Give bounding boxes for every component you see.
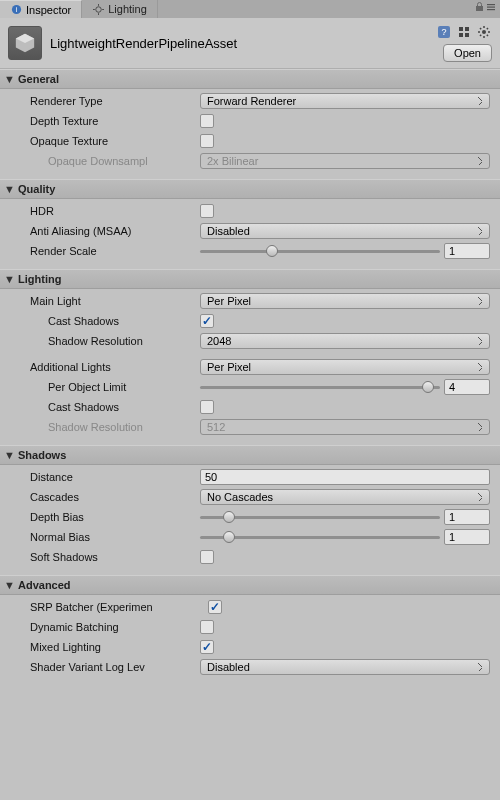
- foldout-icon: ▼: [4, 73, 14, 85]
- soft-shadows-checkbox[interactable]: [200, 550, 214, 564]
- main-light-dropdown[interactable]: Per Pixel: [200, 293, 490, 309]
- asset-icon: [8, 26, 42, 60]
- hdr-label: HDR: [0, 205, 200, 217]
- additional-shadow-res-dropdown: 512: [200, 419, 490, 435]
- cascades-label: Cascades: [0, 491, 200, 503]
- shader-variant-log-label: Shader Variant Log Lev: [0, 661, 200, 673]
- render-scale-label: Render Scale: [0, 245, 200, 257]
- svg-rect-10: [487, 9, 495, 10]
- srp-batcher-checkbox[interactable]: [208, 600, 222, 614]
- section-quality: HDR Anti Aliasing (MSAA) Disabled Render…: [0, 199, 500, 269]
- renderer-type-dropdown[interactable]: Forward Renderer: [200, 93, 490, 109]
- distance-label: Distance: [0, 471, 200, 483]
- cast-shadows-checkbox[interactable]: [200, 314, 214, 328]
- sun-icon: [92, 3, 104, 15]
- main-light-label: Main Light: [0, 295, 200, 307]
- svg-rect-18: [465, 33, 469, 37]
- per-object-limit-field[interactable]: 4: [444, 379, 490, 395]
- svg-rect-9: [487, 7, 495, 8]
- svg-rect-7: [476, 6, 483, 11]
- normal-bias-field[interactable]: 1: [444, 529, 490, 545]
- depth-bias-slider[interactable]: [200, 510, 440, 524]
- normal-bias-slider[interactable]: [200, 530, 440, 544]
- svg-line-25: [487, 35, 488, 36]
- section-general: Renderer Type Forward Renderer Depth Tex…: [0, 89, 500, 179]
- cast-shadows-label: Cast Shadows: [0, 315, 200, 327]
- mixed-lighting-checkbox[interactable]: [200, 640, 214, 654]
- render-scale-slider[interactable]: [200, 244, 440, 258]
- section-shadows-header[interactable]: ▼ Shadows: [0, 445, 500, 465]
- distance-field[interactable]: 50: [200, 469, 490, 485]
- anti-aliasing-dropdown[interactable]: Disabled: [200, 223, 490, 239]
- section-title: Lighting: [18, 273, 61, 285]
- gear-icon[interactable]: [476, 24, 492, 40]
- foldout-icon: ▼: [4, 579, 14, 591]
- section-title: Advanced: [18, 579, 71, 591]
- svg-rect-8: [487, 4, 495, 5]
- opaque-texture-checkbox[interactable]: [200, 134, 214, 148]
- tab-label: Lighting: [108, 3, 147, 15]
- section-advanced-header[interactable]: ▼ Advanced: [0, 575, 500, 595]
- per-object-limit-slider[interactable]: [200, 380, 440, 394]
- shader-variant-log-dropdown[interactable]: Disabled: [200, 659, 490, 675]
- opaque-downsample-dropdown: 2x Bilinear: [200, 153, 490, 169]
- depth-texture-checkbox[interactable]: [200, 114, 214, 128]
- anti-aliasing-label: Anti Aliasing (MSAA): [0, 225, 200, 237]
- opaque-texture-label: Opaque Texture: [0, 135, 200, 147]
- section-quality-header[interactable]: ▼ Quality: [0, 179, 500, 199]
- depth-bias-field[interactable]: 1: [444, 509, 490, 525]
- asset-title: LightweightRenderPipelineAsset: [50, 36, 428, 51]
- foldout-icon: ▼: [4, 273, 14, 285]
- section-lighting: Main Light Per Pixel Cast Shadows Shadow…: [0, 289, 500, 445]
- shadow-resolution-label: Shadow Resolution: [0, 335, 200, 347]
- additional-cast-shadows-label: Cast Shadows: [0, 401, 200, 413]
- renderer-type-label: Renderer Type: [0, 95, 200, 107]
- additional-lights-label: Additional Lights: [0, 361, 200, 373]
- svg-rect-16: [465, 27, 469, 31]
- tab-inspector[interactable]: i Inspector: [0, 0, 82, 18]
- opaque-downsample-label: Opaque Downsampl: [0, 155, 200, 167]
- depth-bias-label: Depth Bias: [0, 511, 200, 523]
- mixed-lighting-label: Mixed Lighting: [0, 641, 200, 653]
- dynamic-batching-checkbox[interactable]: [200, 620, 214, 634]
- hdr-checkbox[interactable]: [200, 204, 214, 218]
- section-title: Shadows: [18, 449, 66, 461]
- render-scale-field[interactable]: 1: [444, 243, 490, 259]
- svg-rect-15: [459, 27, 463, 31]
- svg-line-26: [480, 35, 481, 36]
- svg-rect-17: [459, 33, 463, 37]
- tab-label: Inspector: [26, 4, 71, 16]
- svg-line-27: [487, 28, 488, 29]
- per-object-limit-label: Per Object Limit: [0, 381, 200, 393]
- cascades-dropdown[interactable]: No Cascades: [200, 489, 490, 505]
- help-icon[interactable]: ?: [436, 24, 452, 40]
- foldout-icon: ▼: [4, 183, 14, 195]
- additional-cast-shadows-checkbox[interactable]: [200, 400, 214, 414]
- open-button[interactable]: Open: [443, 44, 492, 62]
- svg-text:?: ?: [441, 27, 446, 37]
- section-general-header[interactable]: ▼ General: [0, 69, 500, 89]
- svg-line-24: [480, 28, 481, 29]
- shadow-resolution-dropdown[interactable]: 2048: [200, 333, 490, 349]
- tab-bar: i Inspector Lighting: [0, 0, 500, 18]
- srp-batcher-label: SRP Batcher (Experimen: [0, 601, 208, 613]
- section-advanced: SRP Batcher (Experimen Dynamic Batching …: [0, 595, 500, 685]
- asset-header: LightweightRenderPipelineAsset ? Open: [0, 18, 500, 69]
- menu-icon: [486, 2, 496, 12]
- additional-lights-dropdown[interactable]: Per Pixel: [200, 359, 490, 375]
- preset-icon[interactable]: [456, 24, 472, 40]
- panel-lock[interactable]: [475, 2, 496, 12]
- foldout-icon: ▼: [4, 449, 14, 461]
- section-lighting-header[interactable]: ▼ Lighting: [0, 269, 500, 289]
- depth-texture-label: Depth Texture: [0, 115, 200, 127]
- section-shadows: Distance 50 Cascades No Cascades Depth B…: [0, 465, 500, 575]
- info-icon: i: [10, 4, 22, 16]
- additional-shadow-res-label: Shadow Resolution: [0, 421, 200, 433]
- svg-point-2: [96, 6, 102, 12]
- section-title: General: [18, 73, 59, 85]
- normal-bias-label: Normal Bias: [0, 531, 200, 543]
- soft-shadows-label: Soft Shadows: [0, 551, 200, 563]
- tab-lighting[interactable]: Lighting: [82, 0, 158, 18]
- dynamic-batching-label: Dynamic Batching: [0, 621, 200, 633]
- section-title: Quality: [18, 183, 55, 195]
